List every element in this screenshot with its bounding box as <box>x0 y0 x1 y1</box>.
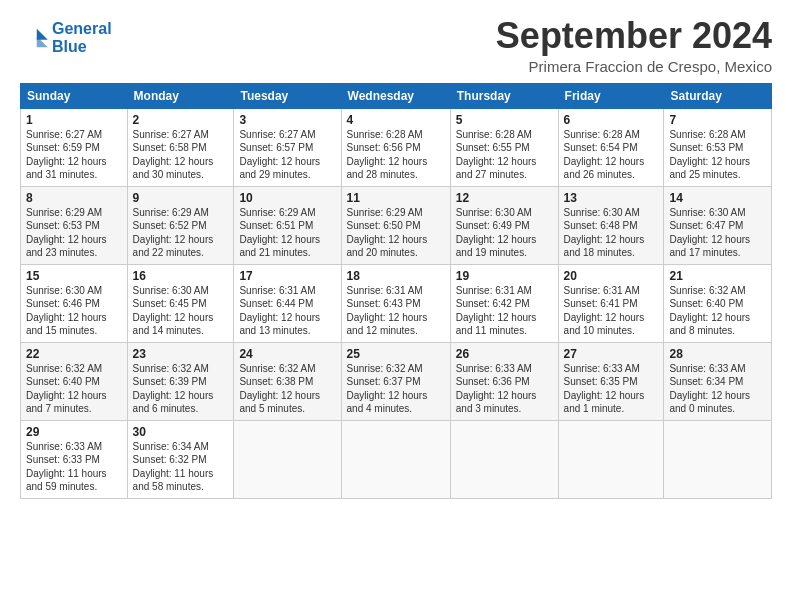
day-info: Sunrise: 6:28 AM Sunset: 6:56 PM Dayligh… <box>347 128 445 182</box>
day-number: 8 <box>26 191 122 205</box>
calendar-cell-w5-d3 <box>234 420 341 498</box>
calendar-cell-w2-d2: 9Sunrise: 6:29 AM Sunset: 6:52 PM Daylig… <box>127 186 234 264</box>
calendar-cell-w1-d2: 2Sunrise: 6:27 AM Sunset: 6:58 PM Daylig… <box>127 108 234 186</box>
calendar-subtitle: Primera Fraccion de Crespo, Mexico <box>496 58 772 75</box>
day-number: 9 <box>133 191 229 205</box>
day-number: 28 <box>669 347 766 361</box>
logo-text: General Blue <box>52 20 112 55</box>
calendar-cell-w5-d5 <box>450 420 558 498</box>
calendar-cell-w1-d5: 5Sunrise: 6:28 AM Sunset: 6:55 PM Daylig… <box>450 108 558 186</box>
calendar-cell-w1-d6: 6Sunrise: 6:28 AM Sunset: 6:54 PM Daylig… <box>558 108 664 186</box>
day-info: Sunrise: 6:27 AM Sunset: 6:59 PM Dayligh… <box>26 128 122 182</box>
calendar-cell-w2-d7: 14Sunrise: 6:30 AM Sunset: 6:47 PM Dayli… <box>664 186 772 264</box>
header: General Blue September 2024 Primera Frac… <box>20 16 772 75</box>
day-info: Sunrise: 6:33 AM Sunset: 6:35 PM Dayligh… <box>564 362 659 416</box>
calendar-cell-w2-d5: 12Sunrise: 6:30 AM Sunset: 6:49 PM Dayli… <box>450 186 558 264</box>
day-info: Sunrise: 6:28 AM Sunset: 6:53 PM Dayligh… <box>669 128 766 182</box>
day-number: 25 <box>347 347 445 361</box>
day-info: Sunrise: 6:30 AM Sunset: 6:45 PM Dayligh… <box>133 284 229 338</box>
calendar-week-4: 22Sunrise: 6:32 AM Sunset: 6:40 PM Dayli… <box>21 342 772 420</box>
calendar-cell-w5-d2: 30Sunrise: 6:34 AM Sunset: 6:32 PM Dayli… <box>127 420 234 498</box>
day-info: Sunrise: 6:32 AM Sunset: 6:39 PM Dayligh… <box>133 362 229 416</box>
day-number: 7 <box>669 113 766 127</box>
calendar-cell-w3-d2: 16Sunrise: 6:30 AM Sunset: 6:45 PM Dayli… <box>127 264 234 342</box>
day-number: 4 <box>347 113 445 127</box>
calendar-table: Sunday Monday Tuesday Wednesday Thursday… <box>20 83 772 499</box>
calendar-title: September 2024 <box>496 16 772 56</box>
day-number: 17 <box>239 269 335 283</box>
day-number: 18 <box>347 269 445 283</box>
day-info: Sunrise: 6:29 AM Sunset: 6:50 PM Dayligh… <box>347 206 445 260</box>
day-info: Sunrise: 6:32 AM Sunset: 6:38 PM Dayligh… <box>239 362 335 416</box>
day-number: 26 <box>456 347 553 361</box>
day-info: Sunrise: 6:29 AM Sunset: 6:52 PM Dayligh… <box>133 206 229 260</box>
day-info: Sunrise: 6:27 AM Sunset: 6:57 PM Dayligh… <box>239 128 335 182</box>
day-info: Sunrise: 6:32 AM Sunset: 6:40 PM Dayligh… <box>669 284 766 338</box>
calendar-cell-w4-d3: 24Sunrise: 6:32 AM Sunset: 6:38 PM Dayli… <box>234 342 341 420</box>
logo-icon <box>20 27 48 49</box>
page-container: General Blue September 2024 Primera Frac… <box>0 0 792 509</box>
day-info: Sunrise: 6:34 AM Sunset: 6:32 PM Dayligh… <box>133 440 229 494</box>
calendar-cell-w3-d3: 17Sunrise: 6:31 AM Sunset: 6:44 PM Dayli… <box>234 264 341 342</box>
calendar-cell-w1-d1: 1Sunrise: 6:27 AM Sunset: 6:59 PM Daylig… <box>21 108 128 186</box>
day-info: Sunrise: 6:32 AM Sunset: 6:40 PM Dayligh… <box>26 362 122 416</box>
header-friday: Friday <box>558 83 664 108</box>
calendar-header-row: Sunday Monday Tuesday Wednesday Thursday… <box>21 83 772 108</box>
day-number: 29 <box>26 425 122 439</box>
calendar-cell-w3-d4: 18Sunrise: 6:31 AM Sunset: 6:43 PM Dayli… <box>341 264 450 342</box>
day-number: 10 <box>239 191 335 205</box>
day-number: 3 <box>239 113 335 127</box>
header-monday: Monday <box>127 83 234 108</box>
calendar-cell-w2-d1: 8Sunrise: 6:29 AM Sunset: 6:53 PM Daylig… <box>21 186 128 264</box>
header-saturday: Saturday <box>664 83 772 108</box>
day-info: Sunrise: 6:27 AM Sunset: 6:58 PM Dayligh… <box>133 128 229 182</box>
calendar-cell-w2-d3: 10Sunrise: 6:29 AM Sunset: 6:51 PM Dayli… <box>234 186 341 264</box>
day-number: 22 <box>26 347 122 361</box>
header-sunday: Sunday <box>21 83 128 108</box>
header-tuesday: Tuesday <box>234 83 341 108</box>
day-info: Sunrise: 6:29 AM Sunset: 6:51 PM Dayligh… <box>239 206 335 260</box>
calendar-cell-w3-d7: 21Sunrise: 6:32 AM Sunset: 6:40 PM Dayli… <box>664 264 772 342</box>
calendar-cell-w3-d1: 15Sunrise: 6:30 AM Sunset: 6:46 PM Dayli… <box>21 264 128 342</box>
day-info: Sunrise: 6:30 AM Sunset: 6:49 PM Dayligh… <box>456 206 553 260</box>
day-info: Sunrise: 6:31 AM Sunset: 6:42 PM Dayligh… <box>456 284 553 338</box>
day-number: 13 <box>564 191 659 205</box>
day-number: 12 <box>456 191 553 205</box>
day-number: 2 <box>133 113 229 127</box>
day-info: Sunrise: 6:32 AM Sunset: 6:37 PM Dayligh… <box>347 362 445 416</box>
calendar-cell-w2-d6: 13Sunrise: 6:30 AM Sunset: 6:48 PM Dayli… <box>558 186 664 264</box>
day-info: Sunrise: 6:28 AM Sunset: 6:54 PM Dayligh… <box>564 128 659 182</box>
day-info: Sunrise: 6:31 AM Sunset: 6:44 PM Dayligh… <box>239 284 335 338</box>
day-info: Sunrise: 6:30 AM Sunset: 6:47 PM Dayligh… <box>669 206 766 260</box>
day-info: Sunrise: 6:30 AM Sunset: 6:48 PM Dayligh… <box>564 206 659 260</box>
calendar-cell-w5-d4 <box>341 420 450 498</box>
header-thursday: Thursday <box>450 83 558 108</box>
day-info: Sunrise: 6:29 AM Sunset: 6:53 PM Dayligh… <box>26 206 122 260</box>
title-area: September 2024 Primera Fraccion de Cresp… <box>496 16 772 75</box>
calendar-week-2: 8Sunrise: 6:29 AM Sunset: 6:53 PM Daylig… <box>21 186 772 264</box>
calendar-cell-w3-d6: 20Sunrise: 6:31 AM Sunset: 6:41 PM Dayli… <box>558 264 664 342</box>
day-number: 5 <box>456 113 553 127</box>
calendar-cell-w3-d5: 19Sunrise: 6:31 AM Sunset: 6:42 PM Dayli… <box>450 264 558 342</box>
calendar-cell-w2-d4: 11Sunrise: 6:29 AM Sunset: 6:50 PM Dayli… <box>341 186 450 264</box>
day-info: Sunrise: 6:31 AM Sunset: 6:43 PM Dayligh… <box>347 284 445 338</box>
calendar-cell-w4-d7: 28Sunrise: 6:33 AM Sunset: 6:34 PM Dayli… <box>664 342 772 420</box>
calendar-cell-w1-d7: 7Sunrise: 6:28 AM Sunset: 6:53 PM Daylig… <box>664 108 772 186</box>
day-number: 6 <box>564 113 659 127</box>
calendar-cell-w5-d7 <box>664 420 772 498</box>
day-number: 14 <box>669 191 766 205</box>
calendar-cell-w5-d6 <box>558 420 664 498</box>
day-info: Sunrise: 6:30 AM Sunset: 6:46 PM Dayligh… <box>26 284 122 338</box>
day-number: 11 <box>347 191 445 205</box>
day-info: Sunrise: 6:31 AM Sunset: 6:41 PM Dayligh… <box>564 284 659 338</box>
day-number: 21 <box>669 269 766 283</box>
header-wednesday: Wednesday <box>341 83 450 108</box>
day-number: 1 <box>26 113 122 127</box>
calendar-cell-w4-d6: 27Sunrise: 6:33 AM Sunset: 6:35 PM Dayli… <box>558 342 664 420</box>
day-info: Sunrise: 6:33 AM Sunset: 6:33 PM Dayligh… <box>26 440 122 494</box>
calendar-week-1: 1Sunrise: 6:27 AM Sunset: 6:59 PM Daylig… <box>21 108 772 186</box>
day-number: 16 <box>133 269 229 283</box>
calendar-cell-w1-d4: 4Sunrise: 6:28 AM Sunset: 6:56 PM Daylig… <box>341 108 450 186</box>
day-number: 30 <box>133 425 229 439</box>
calendar-cell-w5-d1: 29Sunrise: 6:33 AM Sunset: 6:33 PM Dayli… <box>21 420 128 498</box>
